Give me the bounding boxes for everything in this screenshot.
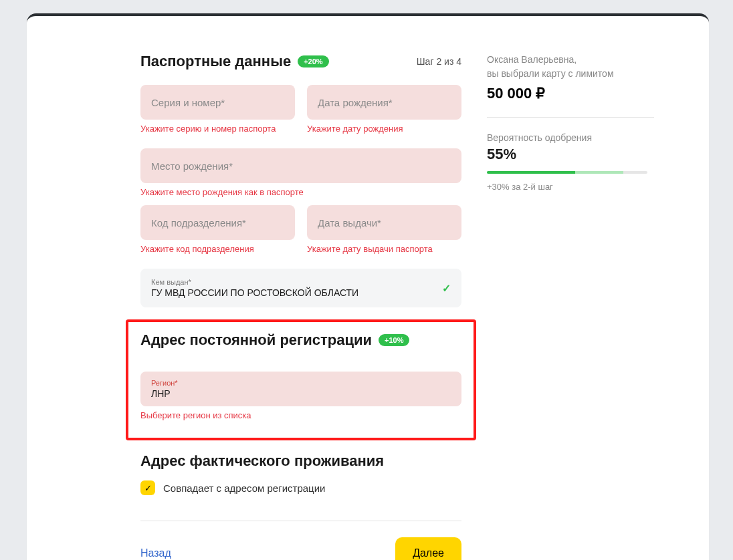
issued-by-value: ГУ МВД РОССИИ ПО РОСТОВСКОЙ ОБЛАСТИ (151, 287, 358, 298)
back-link[interactable]: Назад (140, 547, 171, 559)
issued-by-label: Кем выдан* (151, 278, 191, 286)
region-input[interactable]: Регион* ЛНР (140, 372, 461, 406)
division-code-input[interactable]: Код подразделения* (140, 205, 295, 240)
issue-date-error: Укажите дату выдачи паспорта (307, 244, 461, 254)
region-label: Регион* (151, 379, 178, 387)
section-title-passport: Паспортные данные (140, 53, 291, 70)
form-card: Паспортные данные +20% Шаг 2 из 4 Серия … (27, 13, 709, 560)
issue-date-input[interactable]: Дата выдачи* (307, 205, 461, 240)
issued-by-input[interactable]: Кем выдан* ГУ МВД РОССИИ ПО РОСТОВСКОЙ О… (140, 269, 461, 307)
same-address-checkbox[interactable]: ✓ (140, 480, 155, 495)
section-title-residence: Адрес фактического проживания (140, 452, 384, 470)
birthdate-error: Укажите дату рождения (307, 124, 461, 134)
series-error: Укажите серию и номер паспорта (140, 124, 295, 134)
section-title-registration: Адрес постоянной регистрации (140, 331, 372, 349)
sidebar-prob-value: 55% (487, 146, 654, 163)
bonus-badge-reg: +10% (379, 334, 409, 346)
sidebar-amount: 50 000 ₽ (487, 85, 654, 102)
checkmark-icon: ✓ (144, 483, 152, 493)
next-button[interactable]: Далее (395, 537, 461, 560)
same-address-label: Совпадает с адресом регистрации (163, 482, 325, 494)
birthplace-error: Укажите место рождения как в паспорте (140, 187, 461, 197)
region-error: Выберите регион из списка (140, 410, 461, 420)
approval-progress (487, 171, 647, 174)
sidebar-greeting: Оксана Валерьевна, (487, 54, 577, 65)
registration-highlight: Адрес постоянной регистрации +10% Регион… (126, 319, 476, 440)
divider (487, 117, 654, 118)
sidebar-subline: вы выбрали карту с лимитом (487, 68, 614, 79)
sidebar-hint: +30% за 2-й шаг (487, 182, 654, 192)
sidebar-prob-label: Вероятность одобрения (487, 132, 654, 143)
sidebar: Оксана Валерьевна, вы выбрали карту с ли… (487, 53, 654, 560)
step-indicator: Шаг 2 из 4 (417, 56, 461, 67)
birthplace-input[interactable]: Место рождения* (140, 148, 461, 183)
section-header: Паспортные данные +20% Шаг 2 из 4 (140, 53, 461, 70)
bonus-badge: +20% (298, 55, 328, 67)
main-column: Паспортные данные +20% Шаг 2 из 4 Серия … (140, 53, 461, 560)
series-number-input[interactable]: Серия и номер* (140, 85, 295, 120)
region-value: ЛНР (151, 388, 171, 399)
division-code-error: Укажите код подразделения (140, 244, 295, 254)
checkmark-icon: ✓ (442, 282, 451, 295)
birthdate-input[interactable]: Дата рождения* (307, 85, 461, 120)
